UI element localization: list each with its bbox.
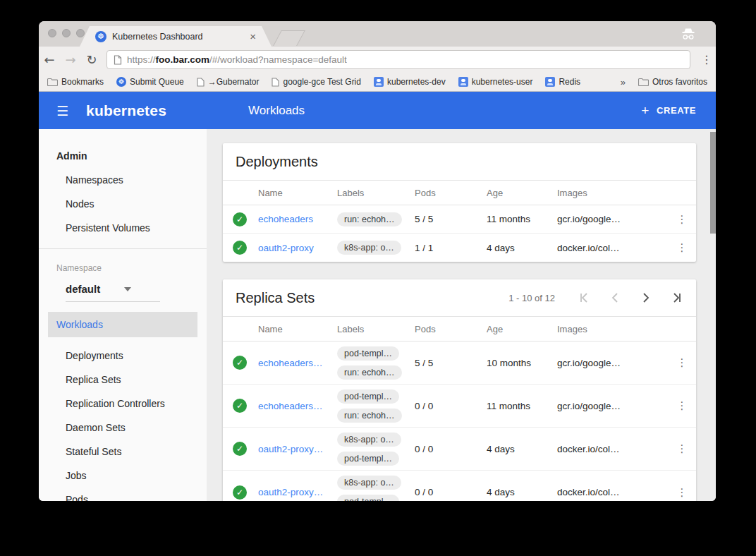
- namespace-label: Namespace: [39, 249, 207, 273]
- pods-cell: 5 / 5: [415, 358, 487, 368]
- row-menu-icon[interactable]: ⋮: [677, 486, 688, 499]
- app-logo[interactable]: kubernetes: [86, 102, 166, 119]
- sidebar-item-workloads[interactable]: Workloads: [48, 312, 197, 337]
- status-ok-icon: ✓: [233, 399, 247, 413]
- sidebar-item-daemon-sets[interactable]: Daemon Sets: [39, 409, 207, 433]
- sidebar-item-admin[interactable]: Admin: [39, 129, 207, 162]
- row-menu-icon[interactable]: ⋮: [677, 356, 688, 369]
- label-chip: run: echoh…: [337, 409, 402, 423]
- hamburger-menu-icon[interactable]: ☰: [56, 103, 71, 119]
- column-header-labels: Labels: [337, 324, 415, 334]
- label-chip: k8s-app: o…: [337, 241, 401, 255]
- bookmark-folder-otros-favoritos[interactable]: Otros favoritos: [638, 77, 707, 87]
- label-chip: run: echoh…: [337, 365, 402, 380]
- bookmark-google-gce-test-grid[interactable]: google-gce Test Grid: [272, 77, 361, 87]
- row-menu-icon[interactable]: ⋮: [677, 442, 688, 455]
- bookmark-folder-bookmarks[interactable]: Bookmarks: [47, 77, 104, 87]
- sidebar-item-stateful-sets[interactable]: Stateful Sets: [39, 433, 207, 457]
- bookmark-redis[interactable]: Redis: [545, 77, 580, 87]
- label-chip: pod-templ…: [337, 495, 399, 501]
- folder-icon: [638, 78, 649, 86]
- bookmark-label: →Gubernator: [208, 77, 260, 87]
- sidebar-item-replica-sets[interactable]: Replica Sets: [39, 361, 207, 385]
- age-cell: 10 months: [487, 358, 557, 368]
- images-cell: docker.io/col…: [557, 444, 668, 454]
- bookmark-submit-queue[interactable]: ☸ Submit Queue: [116, 77, 184, 87]
- pods-cell: 0 / 0: [415, 487, 487, 497]
- column-header-age: Age: [487, 324, 557, 334]
- new-tab-button[interactable]: [273, 30, 305, 46]
- table-row: ✓ oauth2-proxy… k8s-app: o… pod-templ… 0…: [223, 428, 696, 471]
- url-path: /#/workload?namespace=default: [209, 54, 347, 65]
- namespace-value: default: [66, 283, 100, 295]
- status-ok-icon: ✓: [233, 485, 247, 500]
- namespace-select[interactable]: default: [66, 283, 160, 302]
- sidebar-item-persistent-volumes[interactable]: Persistent Volumes: [39, 210, 207, 234]
- window-controls: [48, 29, 85, 37]
- sidebar-item-nodes[interactable]: Nodes: [39, 186, 207, 210]
- bookmark-kubernetes-user[interactable]: kubernetes-user: [458, 77, 533, 87]
- zoom-window-button[interactable]: [76, 29, 85, 37]
- sidebar-item-deployments[interactable]: Deployments: [39, 337, 207, 361]
- replica-set-link[interactable]: echoheaders…: [258, 401, 337, 411]
- label-chip: run: echoh…: [337, 212, 402, 226]
- bookmark-label: Otros favoritos: [652, 77, 707, 87]
- page-icon: [114, 55, 122, 65]
- row-menu-icon[interactable]: ⋮: [677, 399, 688, 412]
- forward-icon[interactable]: →: [60, 52, 81, 67]
- table-row: ✓ echoheaders… pod-templ… run: echoh… 5 …: [223, 342, 696, 385]
- images-cell: gcr.io/google…: [557, 358, 668, 368]
- next-page-icon[interactable]: [640, 291, 652, 304]
- sidebar-item-jobs[interactable]: Jobs: [39, 457, 207, 481]
- row-menu-icon[interactable]: ⋮: [677, 241, 688, 254]
- column-header-name: Name: [258, 324, 337, 334]
- minimize-window-button[interactable]: [62, 29, 71, 37]
- label-chip: pod-templ…: [337, 346, 399, 361]
- bookmark-label: Submit Queue: [130, 77, 184, 87]
- group-icon: [458, 77, 468, 87]
- app-body: Admin Namespaces Nodes Persistent Volume…: [39, 129, 716, 501]
- scrollbar-thumb[interactable]: [710, 132, 716, 234]
- replica-sets-card: Replica Sets 1 - 10 of 12: [223, 279, 696, 501]
- bookmark-kubernetes-dev[interactable]: kubernetes-dev: [374, 77, 446, 87]
- label-chip: pod-templ…: [337, 452, 399, 466]
- browser-menu-icon[interactable]: ⋮: [697, 53, 716, 66]
- address-bar[interactable]: https://foo.bar.com/#/workload?namespace…: [106, 50, 690, 69]
- bookmark-label: Bookmarks: [61, 77, 104, 87]
- browser-tab[interactable]: ☸ Kubernetes Dashboard ×: [80, 26, 272, 47]
- group-icon: [374, 77, 384, 87]
- age-cell: 4 days: [487, 487, 557, 497]
- row-menu-icon[interactable]: ⋮: [677, 213, 688, 226]
- deployment-link[interactable]: oauth2-proxy: [258, 243, 337, 253]
- previous-page-icon[interactable]: [609, 291, 621, 304]
- url-host: foo.bar.com: [156, 54, 210, 65]
- kubernetes-icon: ☸: [116, 77, 126, 87]
- close-tab-icon[interactable]: ×: [250, 31, 256, 42]
- replica-set-link[interactable]: oauth2-proxy…: [258, 487, 337, 497]
- reload-icon[interactable]: ↻: [81, 52, 102, 67]
- pagination-range: 1 - 10 of 12: [508, 293, 555, 303]
- status-ok-icon: ✓: [233, 212, 247, 226]
- replica-set-link[interactable]: echoheaders…: [258, 358, 337, 368]
- app-header: ☰ kubernetes Workloads + CREATE: [39, 92, 716, 129]
- group-icon: [545, 77, 555, 87]
- age-cell: 4 days: [487, 444, 557, 454]
- close-window-button[interactable]: [48, 29, 56, 37]
- back-icon[interactable]: ←: [39, 52, 60, 67]
- create-button[interactable]: + CREATE: [641, 103, 696, 119]
- sidebar-item-pods[interactable]: Pods: [39, 481, 207, 501]
- bookmarks-overflow-icon[interactable]: »: [621, 77, 626, 87]
- images-cell: gcr.io/google…: [557, 401, 668, 411]
- deployment-link[interactable]: echoheaders: [258, 214, 337, 224]
- tab-title: Kubernetes Dashboard: [112, 32, 244, 42]
- pods-cell: 0 / 0: [415, 401, 487, 411]
- deployments-card: Deployments Name Labels Pods Age Images …: [223, 143, 696, 262]
- last-page-icon[interactable]: [671, 291, 683, 304]
- table-row: ✓ echoheaders run: echoh… 5 / 5 11 month…: [223, 205, 696, 234]
- replica-set-link[interactable]: oauth2-proxy…: [258, 444, 337, 454]
- first-page-icon[interactable]: [578, 291, 590, 304]
- bookmark-label: Redis: [559, 77, 580, 87]
- sidebar-item-replication-controllers[interactable]: Replication Controllers: [39, 385, 207, 409]
- sidebar-item-namespaces[interactable]: Namespaces: [39, 162, 207, 186]
- bookmark-gubernator[interactable]: →Gubernator: [197, 77, 260, 87]
